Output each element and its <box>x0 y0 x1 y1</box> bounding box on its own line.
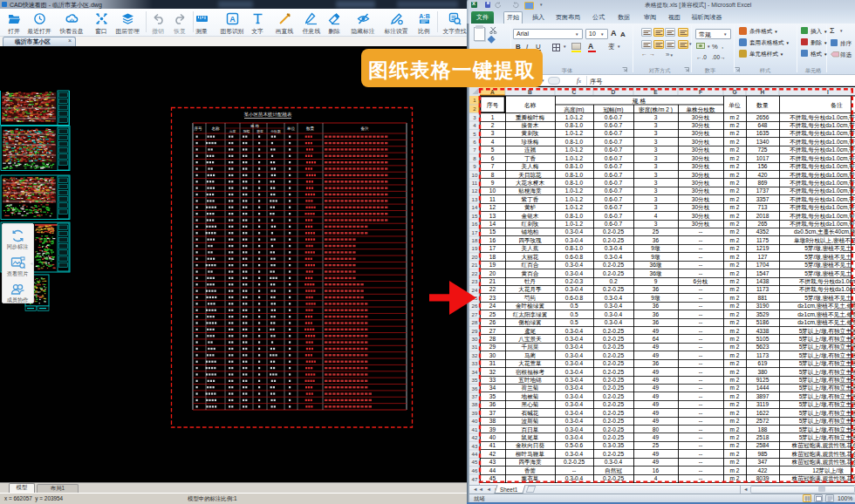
svg-text:5芽/墩,密植不见土: 5芽/墩,密植不见土 <box>804 295 852 302</box>
svg-text:49: 49 <box>653 393 660 399</box>
svg-text:0.3-0.4: 0.3-0.4 <box>565 418 584 424</box>
svg-text:30分枝: 30分枝 <box>692 139 710 145</box>
svg-text:紫丁香: 紫丁香 <box>521 196 539 203</box>
svg-text:m 2: m 2 <box>730 475 740 481</box>
svg-text:d≥1cm,密植不见土,修剪: d≥1cm,密植不见土,修剪 <box>797 303 855 310</box>
svg-text:5芽以上/墩,有独立主茎: 5芽以上/墩,有独立主茎 <box>799 401 855 408</box>
svg-text:32: 32 <box>472 352 478 358</box>
svg-text:1017: 1017 <box>756 155 770 161</box>
svg-text:37: 37 <box>489 410 496 416</box>
svg-text:1340: 1340 <box>756 139 770 145</box>
svg-text:6: 6 <box>473 139 476 145</box>
svg-text:5芽以上/墩,有独立主茎: 5芽以上/墩,有独立主茎 <box>799 360 855 367</box>
svg-text:49: 49 <box>653 344 660 350</box>
svg-text:4: 4 <box>654 475 658 481</box>
svg-text:9墩: 9墩 <box>651 245 660 252</box>
svg-text:49: 49 <box>653 369 660 375</box>
svg-text:1173: 1173 <box>756 286 770 292</box>
svg-text:芍药: 芍药 <box>523 295 537 302</box>
svg-text:36: 36 <box>489 401 496 407</box>
svg-text:25: 25 <box>653 228 660 235</box>
svg-text:3: 3 <box>654 114 658 120</box>
svg-text:49: 49 <box>653 385 660 391</box>
svg-text:黄栌: 黄栌 <box>524 204 537 211</box>
svg-text:713: 713 <box>757 204 767 210</box>
svg-text:3897: 3897 <box>756 393 770 399</box>
svg-text:38: 38 <box>472 401 478 407</box>
svg-text:m 2: m 2 <box>730 114 740 120</box>
svg-text:--: -- <box>699 360 702 366</box>
svg-text:大花水桠木: 大花水桠木 <box>516 180 544 187</box>
svg-text:16: 16 <box>489 237 496 243</box>
svg-text:0.3-0.4: 0.3-0.4 <box>565 237 584 243</box>
svg-text:10: 10 <box>489 187 496 194</box>
svg-text:11: 11 <box>472 180 478 186</box>
svg-text:0.2-0.25: 0.2-0.25 <box>603 385 625 391</box>
svg-text:--: -- <box>699 245 702 251</box>
svg-text:宿根福禄考: 宿根福禄考 <box>516 369 544 376</box>
svg-text:881: 881 <box>757 295 767 301</box>
svg-text:0.2-0.25: 0.2-0.25 <box>603 237 625 243</box>
svg-text:30分枝: 30分枝 <box>692 213 710 219</box>
svg-text:m 2: m 2 <box>730 146 740 153</box>
svg-text:5芽以上/墩,有独立主茎: 5芽以上/墩,有独立主茎 <box>799 344 855 351</box>
svg-text:5芽以上/墩,有独立主茎: 5芽以上/墩,有独立主茎 <box>799 336 855 343</box>
svg-text:香薷: 香薷 <box>524 467 537 474</box>
svg-text:3: 3 <box>654 122 658 128</box>
svg-text:30: 30 <box>489 352 496 358</box>
svg-text:2: 2 <box>491 122 495 128</box>
svg-text:冠幅(m): 冠幅(m) <box>603 106 623 113</box>
svg-text:5芽/墩,密植不见土: 5芽/墩,密植不见土 <box>804 270 852 277</box>
svg-text:--: -- <box>699 295 702 301</box>
svg-text:43: 43 <box>489 459 496 465</box>
svg-text:接骨木: 接骨木 <box>522 122 539 128</box>
svg-text:m 2: m 2 <box>730 311 740 317</box>
svg-text:不拼栽,每分枝d≥1.0cm,带土球: 不拼栽,每分枝d≥1.0cm,带土球 <box>790 187 855 194</box>
svg-text:0.3-0.4: 0.3-0.4 <box>565 360 584 366</box>
svg-text:648: 648 <box>757 122 767 128</box>
svg-text:19: 19 <box>489 262 496 268</box>
svg-text:0.6-0.7: 0.6-0.7 <box>605 146 623 153</box>
svg-text:m 2: m 2 <box>730 451 740 457</box>
svg-text:49: 49 <box>653 418 660 424</box>
svg-text:4: 4 <box>491 139 495 145</box>
svg-text:45: 45 <box>472 459 478 465</box>
svg-text:41: 41 <box>489 442 496 448</box>
svg-text:0.2: 0.2 <box>609 278 617 284</box>
svg-text:14: 14 <box>472 204 478 210</box>
svg-text:49: 49 <box>653 434 660 440</box>
svg-text:46: 46 <box>472 467 478 473</box>
svg-text:--: -- <box>699 377 702 383</box>
svg-text:5105: 5105 <box>756 336 770 342</box>
svg-text:18: 18 <box>489 254 496 260</box>
svg-text:金秋向日葵: 金秋向日葵 <box>516 442 544 449</box>
svg-text:0.6-0.8: 0.6-0.8 <box>565 295 584 301</box>
svg-text:m 2: m 2 <box>730 352 740 358</box>
svg-text:0.5-0.6: 0.5-0.6 <box>565 442 584 448</box>
svg-text:铺地柏: 铺地柏 <box>521 228 539 235</box>
svg-text:柳叶马鞭草: 柳叶马鞭草 <box>516 451 544 457</box>
svg-text:43: 43 <box>472 443 478 449</box>
svg-text:0.8-1.0: 0.8-1.0 <box>565 122 584 128</box>
svg-text:15: 15 <box>472 213 478 219</box>
svg-text:0.2-0.25: 0.2-0.25 <box>603 228 625 235</box>
svg-text:0.6-0.7: 0.6-0.7 <box>605 130 623 136</box>
svg-text:m 2: m 2 <box>730 254 740 260</box>
svg-text:20: 20 <box>489 270 496 276</box>
svg-text:30分枝: 30分枝 <box>692 114 710 120</box>
svg-text:3: 3 <box>654 196 658 202</box>
svg-text:0.3-0.4: 0.3-0.4 <box>565 475 584 481</box>
svg-text:3529: 3529 <box>756 311 770 317</box>
svg-text:m 2: m 2 <box>730 172 740 178</box>
svg-text:1219: 1219 <box>756 245 770 251</box>
svg-text:单墩8分枝以上,密植不见土: 单墩8分枝以上,密植不见土 <box>794 237 855 244</box>
svg-text:27: 27 <box>489 328 496 334</box>
svg-text:36: 36 <box>653 319 660 325</box>
svg-text:株苗冠饱满,观赏性强,花色艳: 株苗冠饱满,观赏性强,花色艳 <box>791 442 855 449</box>
svg-text:34: 34 <box>489 385 496 391</box>
svg-text:49: 49 <box>653 451 660 457</box>
svg-text:3: 3 <box>491 130 495 136</box>
svg-text:0.8-1.0: 0.8-1.0 <box>565 172 584 178</box>
svg-text:3: 3 <box>654 130 658 136</box>
svg-text:不拼栽,每分枝d≥1.0cm,带土球: 不拼栽,每分枝d≥1.0cm,带土球 <box>790 172 855 179</box>
